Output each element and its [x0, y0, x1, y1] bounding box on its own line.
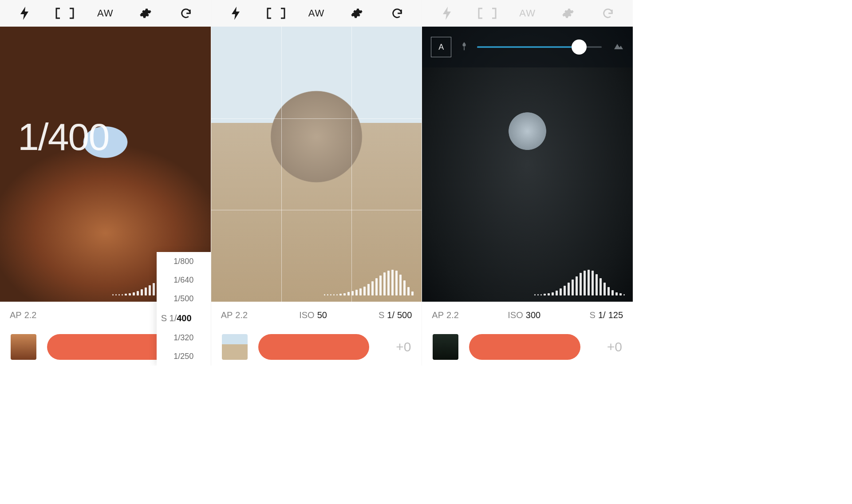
white-balance-button[interactable]: AW: [306, 3, 327, 24]
iso-setting[interactable]: ISO 300: [508, 310, 540, 320]
picker-option[interactable]: 1/800: [157, 252, 211, 271]
rule-of-thirds-grid: [211, 27, 422, 302]
shutter-setting[interactable]: S 1/500: [379, 310, 412, 320]
toolbar: AW: [422, 0, 633, 27]
panel-2: AW AP 2.2 ISO 50 S 1/500 +0: [211, 0, 422, 366]
macro-icon: [459, 41, 469, 53]
last-photo-thumbnail[interactable]: [222, 334, 248, 360]
focus-slider[interactable]: [477, 42, 602, 52]
aperture-setting[interactable]: AP 2.2: [10, 310, 37, 320]
shutter-readout: 1/400: [18, 115, 109, 159]
shutter-speed-picker[interactable]: 1/800 1/640 1/500 S 1/400 1/320 1/250: [157, 252, 211, 366]
camera-app-triple: AW 1/400 AP 2.2 ISO 100 1/800 1/640 1/50…: [0, 0, 633, 366]
aperture-setting[interactable]: AP 2.2: [221, 310, 248, 320]
exposure-compensation[interactable]: +0: [591, 339, 622, 354]
infinity-icon: [613, 42, 624, 52]
flash-icon[interactable]: [14, 3, 35, 24]
white-balance-button: AW: [517, 3, 538, 24]
shutter-row: +0: [422, 328, 633, 366]
flash-icon[interactable]: [225, 3, 246, 24]
cycle-icon: [597, 3, 619, 24]
picker-option[interactable]: 1/640: [157, 271, 211, 289]
shutter-setting[interactable]: S 1/125: [590, 310, 623, 320]
white-balance-button[interactable]: AW: [95, 3, 116, 24]
gear-icon[interactable]: [346, 3, 367, 24]
histogram: [324, 270, 414, 295]
brackets-icon[interactable]: [54, 3, 75, 24]
shutter-row: +0: [211, 328, 422, 366]
viewfinder[interactable]: [211, 27, 422, 302]
flash-icon: [436, 3, 458, 24]
settings-row: AP 2.2 ISO 300 S 1/125: [422, 302, 633, 328]
brackets-icon[interactable]: [265, 3, 287, 24]
last-photo-thumbnail[interactable]: [11, 334, 36, 360]
toolbar: AW: [0, 0, 211, 27]
gear-icon[interactable]: [135, 3, 156, 24]
focus-slider-thumb[interactable]: [572, 39, 587, 55]
focus-slider-fill: [477, 47, 579, 48]
focus-control: A: [422, 27, 633, 67]
shutter-button[interactable]: [469, 334, 580, 360]
cycle-icon[interactable]: [387, 3, 408, 24]
histogram: [534, 270, 625, 295]
brackets-icon[interactable]: [477, 3, 498, 24]
gear-icon: [557, 3, 579, 24]
iso-setting[interactable]: ISO 50: [299, 310, 327, 320]
aperture-setting[interactable]: AP 2.2: [432, 310, 459, 320]
panel-3: AW A AP 2.2 ISO 300 S 1/125: [422, 0, 633, 366]
panel-1: AW 1/400 AP 2.2 ISO 100 1/800 1/640 1/50…: [0, 0, 211, 366]
cycle-icon[interactable]: [175, 3, 197, 24]
settings-row: AP 2.2 ISO 50 S 1/500: [211, 302, 422, 328]
toolbar: AW: [211, 0, 422, 27]
last-photo-thumbnail[interactable]: [433, 334, 458, 360]
viewfinder[interactable]: A: [422, 27, 633, 302]
shutter-button[interactable]: [258, 334, 370, 360]
picker-selected[interactable]: S 1/400: [157, 308, 211, 328]
exposure-compensation[interactable]: +0: [380, 339, 411, 354]
picker-option[interactable]: 1/250: [157, 347, 211, 366]
picker-option[interactable]: 1/500: [157, 289, 211, 308]
focus-mode-auto[interactable]: A: [431, 37, 451, 57]
picker-option[interactable]: 1/320: [157, 328, 211, 347]
